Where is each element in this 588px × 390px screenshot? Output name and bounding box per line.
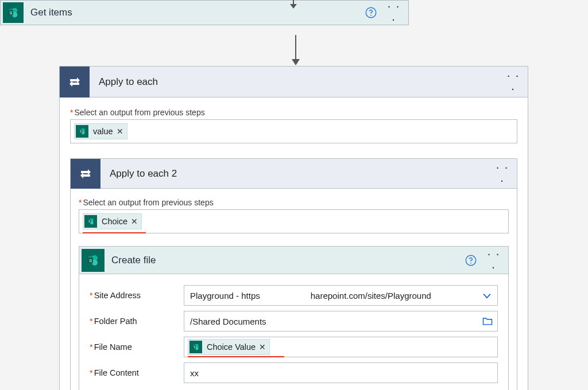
apply-to-each-menu[interactable]: · · · <box>505 69 522 95</box>
svg-text:S: S <box>194 346 195 349</box>
apply-to-each-2-action: Apply to each 2 · · · *Select an output … <box>70 158 517 390</box>
highlight-underline <box>188 356 284 357</box>
svg-text:S: S <box>80 130 82 133</box>
folder-path-input[interactable]: /Shared Documents <box>184 311 498 332</box>
token-label: value <box>93 127 113 136</box>
help-icon[interactable] <box>365 6 377 19</box>
apply-to-each-2-header[interactable]: Apply to each 2 · · · <box>71 159 517 189</box>
svg-point-8 <box>370 15 372 16</box>
token-remove[interactable]: ✕ <box>131 217 138 226</box>
file-content-label: *File Content <box>90 368 184 377</box>
file-content-input[interactable]: xx <box>184 362 498 383</box>
file-name-input[interactable]: S Choice Value ✕ <box>184 337 498 357</box>
site-address-dropdown[interactable]: Playground - https harepoint.com/sites/P… <box>184 285 498 306</box>
flow-designer-canvas: S Get items · · · Apply to each · · · *S… <box>0 0 588 390</box>
help-icon[interactable] <box>465 254 477 267</box>
ate-output-input[interactable]: S value ✕ <box>70 119 517 143</box>
apply-to-each-2-menu[interactable]: · · · <box>494 161 511 187</box>
sharepoint-icon: S <box>3 2 24 23</box>
svg-marker-10 <box>292 59 300 65</box>
flow-arrow <box>288 35 303 66</box>
folder-path-label: *Folder Path <box>90 317 184 326</box>
create-file-header[interactable]: S Create file · · · <box>79 247 508 274</box>
create-file-menu[interactable]: · · · <box>485 247 502 274</box>
create-file-title: Create file <box>111 255 465 266</box>
apply-to-each-header[interactable]: Apply to each · · · <box>60 67 528 98</box>
apply-to-each-action: Apply to each · · · *Select an output fr… <box>59 66 528 390</box>
svg-marker-1 <box>290 4 297 9</box>
token-choice[interactable]: S Choice ✕ <box>83 213 142 229</box>
create-file-action: S Create file · · · <box>79 246 509 390</box>
chevron-down-icon[interactable] <box>481 290 493 303</box>
svg-text:S: S <box>10 10 13 15</box>
loop-icon <box>60 67 90 98</box>
svg-text:S: S <box>89 258 92 263</box>
token-remove[interactable]: ✕ <box>259 342 266 352</box>
token-remove[interactable]: ✕ <box>117 127 123 136</box>
sharepoint-icon: S <box>76 125 88 138</box>
highlight-underline <box>83 232 146 233</box>
flow-arrow-partial <box>286 0 301 9</box>
get-items-title: Get items <box>30 7 365 18</box>
token-label: Choice Value <box>207 342 256 352</box>
file-name-label: *File Name <box>90 342 184 352</box>
svg-text:S: S <box>88 220 90 223</box>
sharepoint-icon: S <box>82 249 105 272</box>
site-address-label: *Site Address <box>90 291 184 300</box>
get-items-menu[interactable]: · · · <box>385 0 403 26</box>
ate-select-label: *Select an output from previous steps <box>70 108 517 117</box>
sharepoint-icon: S <box>189 341 202 353</box>
ate2-select-label: *Select an output from previous steps <box>79 198 509 207</box>
folder-picker-icon[interactable] <box>481 315 494 329</box>
ate2-output-input[interactable]: S Choice ✕ <box>79 209 509 233</box>
loop-icon <box>71 159 100 189</box>
token-label: Choice <box>102 217 127 226</box>
token-value[interactable]: S value ✕ <box>74 123 127 139</box>
svg-point-27 <box>470 262 471 263</box>
token-choice-value[interactable]: S Choice Value ✕ <box>188 339 270 355</box>
sharepoint-icon: S <box>84 215 97 228</box>
get-items-action[interactable]: S Get items · · · <box>0 0 409 25</box>
apply-to-each-2-title: Apply to each 2 <box>100 168 494 180</box>
apply-to-each-title: Apply to each <box>90 76 505 88</box>
